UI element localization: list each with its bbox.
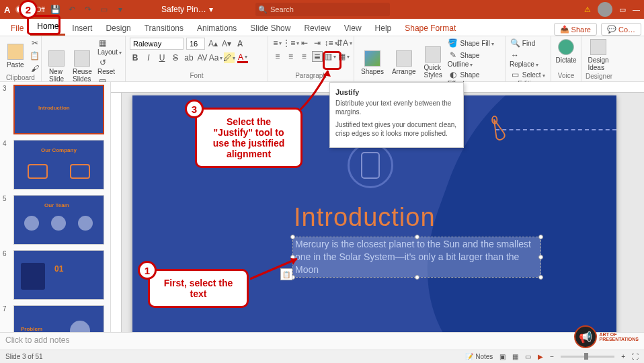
arrange-button[interactable]: Arrange <box>389 49 419 77</box>
strike-button[interactable]: S <box>170 52 181 63</box>
group-font: A▴ A▾ A̷ B I U S ab AV Aa 🖊 A Font <box>126 36 268 81</box>
tab-animations[interactable]: Animations <box>190 20 243 36</box>
resize-handle[interactable] <box>290 235 295 239</box>
cut-icon[interactable]: ✂ <box>30 38 40 48</box>
minimize-icon[interactable]: — <box>633 5 640 13</box>
notes-toggle[interactable]: 📝 Notes <box>465 353 493 360</box>
slide-heading[interactable]: Introduction <box>294 203 436 232</box>
resize-handle[interactable] <box>415 235 419 239</box>
highlight-button[interactable]: 🖊 <box>224 52 235 63</box>
start-slideshow-icon[interactable]: ▭ <box>99 4 110 15</box>
reset-button[interactable]: ↺ Reset <box>97 57 124 75</box>
shape-fill-button[interactable]: 🪣 Shape Fill <box>448 38 501 48</box>
design-ideas-button[interactable]: Design Ideas <box>586 38 611 73</box>
smartart-button[interactable]: ▦ <box>339 51 350 62</box>
tab-insert[interactable]: Insert <box>65 20 99 36</box>
redo-icon[interactable]: ↷ <box>83 4 93 15</box>
line-spacing-button[interactable]: ↕≡ <box>325 38 336 48</box>
tab-transitions[interactable]: Transitions <box>138 20 190 36</box>
numbering-button[interactable]: ⋮≡ <box>286 38 296 48</box>
reading-view-icon[interactable]: ▭ <box>525 353 531 360</box>
thumbnail-7[interactable]: 7 Problem <box>3 305 108 332</box>
thumbnail-3[interactable]: 3 Introduction <box>3 85 108 134</box>
select-button[interactable]: ▭ Select <box>510 69 547 80</box>
resize-handle[interactable] <box>538 275 543 280</box>
dictate-button[interactable]: Dictate <box>555 38 577 65</box>
ribbon-options-icon[interactable]: ▭ <box>619 5 626 14</box>
undo-icon[interactable]: ↶ <box>67 4 77 15</box>
pen-icon: ✎ <box>448 50 458 61</box>
resize-handle[interactable] <box>538 235 543 239</box>
fit-to-window-icon[interactable]: ⛶ <box>632 353 639 360</box>
text-direction-button[interactable]: ⇵A <box>339 38 350 48</box>
format-painter-icon[interactable]: 🖌 <box>30 63 40 74</box>
selected-text[interactable]: Mercury is the closest planet to the Sun… <box>293 237 540 277</box>
tab-shape-format[interactable]: Shape Format <box>398 20 462 36</box>
tab-home[interactable]: Home <box>30 18 65 36</box>
increase-indent-button[interactable]: ⇥ <box>312 38 323 48</box>
decrease-font-icon[interactable]: A▾ <box>221 38 232 49</box>
decrease-indent-button[interactable]: ⇤ <box>299 38 310 48</box>
copy-icon[interactable]: 📋 <box>30 50 40 61</box>
bold-button[interactable]: B <box>130 52 140 63</box>
tab-slideshow[interactable]: Slide Show <box>243 20 297 36</box>
tooltip-body-1: Distribute your text evenly between the … <box>335 99 458 116</box>
italic-button[interactable]: I <box>143 52 154 63</box>
paste-button[interactable]: Paste <box>4 42 27 70</box>
increase-font-icon[interactable]: A▴ <box>208 38 218 49</box>
share-button[interactable]: 📤 Share <box>554 23 597 36</box>
save-icon[interactable]: 💾 <box>50 4 61 15</box>
document-name[interactable]: Safety Pin… ▾ <box>161 5 213 14</box>
slideshow-view-icon[interactable]: ▶ <box>538 353 543 360</box>
notes-pane[interactable]: Click to add notes <box>0 332 644 350</box>
justify-button[interactable]: ≣ <box>312 51 323 62</box>
thumbnail-5[interactable]: 5 Our Team <box>3 195 108 245</box>
columns-button[interactable]: ▥ <box>325 51 336 62</box>
zoom-in-icon[interactable]: + <box>621 353 625 360</box>
shapes-button[interactable]: Shapes <box>358 49 387 77</box>
comment-icon: 💬 <box>607 25 616 34</box>
search-input[interactable] <box>270 5 371 13</box>
tab-file[interactable]: File <box>4 20 30 36</box>
tab-review[interactable]: Review <box>297 20 337 36</box>
replace-button[interactable]: ↔ Replace <box>510 50 547 68</box>
slide-body-textbox[interactable]: Mercury is the closest planet to the Sun… <box>292 237 541 278</box>
quick-styles-button[interactable]: Quick Styles <box>421 45 445 80</box>
align-center-button[interactable]: ≡ <box>286 51 296 62</box>
underline-button[interactable]: U <box>157 52 167 63</box>
change-case-button[interactable]: Aa <box>210 52 221 63</box>
thumbnail-4[interactable]: 4 Our Company <box>3 140 108 190</box>
dropdown-icon: ▾ <box>209 5 213 14</box>
font-size-input[interactable] <box>186 38 205 50</box>
spacing-button[interactable]: AV <box>197 52 208 63</box>
comments-button[interactable]: 💬 Co… <box>601 23 641 36</box>
bullets-button[interactable]: ≡ <box>272 38 283 48</box>
zoom-out-icon[interactable]: − <box>550 353 554 360</box>
qat-more-icon[interactable]: ▾ <box>115 4 126 15</box>
doc-name-text: Safety Pin… <box>161 5 206 14</box>
find-button[interactable]: 🔍 Find <box>510 38 547 48</box>
tab-view[interactable]: View <box>337 20 368 36</box>
align-right-button[interactable]: ≡ <box>298 51 309 62</box>
font-color-button[interactable]: A <box>237 52 248 63</box>
clear-formatting-icon[interactable]: A̷ <box>235 38 245 49</box>
notes-placeholder: Click to add notes <box>5 335 69 345</box>
user-avatar[interactable] <box>598 2 612 17</box>
tab-help[interactable]: Help <box>368 20 399 36</box>
tab-design[interactable]: Design <box>99 20 137 36</box>
align-left-button[interactable]: ≡ <box>272 51 283 62</box>
shadow-button[interactable]: ab <box>184 52 194 63</box>
group-designer: Design Ideas Designer <box>581 36 615 81</box>
sorter-view-icon[interactable]: ▦ <box>512 353 518 360</box>
thumbnail-6[interactable]: 6 01 <box>3 250 108 300</box>
reuse-slides-button[interactable]: Reuse Slides <box>70 49 95 84</box>
font-name-input[interactable] <box>130 38 184 50</box>
normal-view-icon[interactable]: ▣ <box>499 353 506 360</box>
zoom-slider[interactable] <box>561 356 614 358</box>
warning-icon[interactable]: ⚠ <box>584 5 591 14</box>
resize-handle[interactable] <box>415 275 419 280</box>
layout-button[interactable]: ▦ Layout <box>97 38 124 56</box>
search-box[interactable]: 🔍 <box>255 3 390 16</box>
shape-outline-button[interactable]: ✎ Shape Outline <box>448 50 501 68</box>
new-slide-button[interactable]: New Slide <box>46 49 67 84</box>
